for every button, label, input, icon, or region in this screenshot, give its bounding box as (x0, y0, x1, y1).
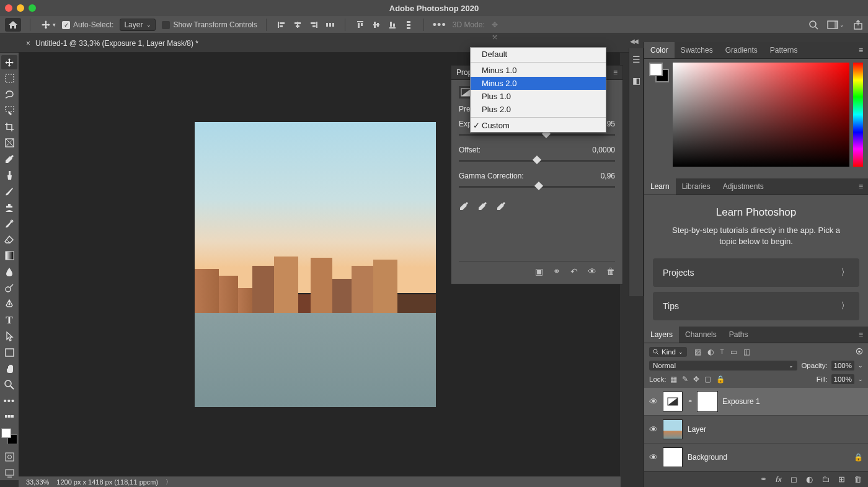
layer-image-thumb[interactable] (663, 419, 683, 439)
document-info[interactable]: 1200 px x 1418 px (118,11 ppcm) (56, 478, 158, 486)
rectangle-tool[interactable] (1, 345, 17, 359)
close-tab-icon[interactable]: × (26, 39, 30, 48)
workspace-switcher-icon[interactable]: ⌄ (827, 20, 844, 29)
new-group-icon[interactable]: 🗀 (822, 475, 830, 484)
marquee-tool[interactable] (1, 71, 17, 86)
learn-tips-item[interactable]: Tips 〉 (653, 292, 859, 320)
adjustments-tab[interactable]: Adjustments (717, 178, 770, 195)
layer-exposure-1[interactable]: 👁 ⚭ Exposure 1 (644, 388, 868, 416)
foreground-color-swatch[interactable] (1, 428, 11, 438)
offset-value[interactable]: 0,0000 (592, 146, 615, 154)
quick-mask-icon[interactable] (1, 450, 17, 464)
preset-plus-2[interactable]: Plus 2.0 (471, 103, 606, 116)
add-adjustment-icon[interactable]: ◐ (806, 475, 813, 484)
home-button[interactable] (5, 18, 21, 32)
filter-image-icon[interactable]: ▨ (694, 348, 701, 356)
fill-dropdown-icon[interactable]: ⌄ (858, 376, 863, 382)
window-close-button[interactable] (5, 4, 12, 12)
clone-stamp-tool[interactable] (1, 200, 17, 214)
auto-select-target-dropdown[interactable]: Layer ⌄ (120, 19, 156, 31)
foreground-background-colors[interactable] (1, 428, 17, 444)
window-zoom-button[interactable] (29, 4, 36, 12)
more-tools-icon[interactable]: ••• (1, 393, 17, 408)
delete-layer-icon[interactable]: 🗑 (854, 475, 862, 484)
hue-slider[interactable] (853, 63, 863, 167)
link-icon[interactable]: ⚭ (553, 266, 560, 276)
layer-visibility-icon[interactable]: 👁 (649, 452, 658, 462)
history-brush-tool[interactable] (1, 216, 17, 230)
reset-icon[interactable]: ↶ (570, 266, 578, 276)
distribute-v-icon[interactable] (402, 19, 415, 31)
preset-plus-1[interactable]: Plus 1.0 (471, 90, 606, 103)
paths-tab[interactable]: Paths (723, 327, 755, 343)
gradient-tool[interactable] (1, 248, 17, 263)
frame-tool[interactable] (1, 136, 17, 150)
preset-custom[interactable]: ✓Custom (471, 119, 606, 132)
eraser-tool[interactable] (1, 232, 17, 247)
align-top-icon[interactable] (354, 19, 366, 31)
eyedropper-black-icon[interactable] (459, 201, 469, 211)
move-tool[interactable] (1, 55, 17, 69)
lasso-tool[interactable] (1, 87, 17, 102)
new-layer-icon[interactable]: ⊞ (838, 475, 845, 484)
color-fg-bg-swatch[interactable] (649, 63, 669, 82)
layer-visibility-icon[interactable]: 👁 (649, 397, 658, 406)
layer-background[interactable]: 👁 Background 🔒 (644, 444, 868, 472)
type-tool[interactable]: T (1, 313, 17, 327)
zoom-tool[interactable] (1, 377, 17, 392)
crop-tool[interactable] (1, 120, 17, 134)
filter-adjustment-icon[interactable]: ◐ (707, 348, 714, 356)
layer-adjustment-thumb[interactable] (663, 392, 683, 411)
healing-brush-tool[interactable] (1, 168, 17, 182)
eyedropper-tool[interactable] (1, 152, 17, 166)
distribute-h-icon[interactable] (324, 19, 336, 31)
pen-tool[interactable] (1, 297, 17, 311)
lock-artboard-icon[interactable]: ▢ (704, 375, 711, 384)
visibility-icon[interactable]: 👁 (588, 266, 596, 276)
offset-slider[interactable] (459, 157, 615, 165)
filter-shape-icon[interactable]: ▭ (730, 348, 737, 356)
dodge-tool[interactable] (1, 281, 17, 295)
layer-visibility-icon[interactable]: 👁 (649, 424, 658, 434)
align-right-icon[interactable] (308, 19, 320, 31)
layer-effects-icon[interactable]: fx (776, 475, 782, 484)
layer-layer[interactable]: 👁 Layer (644, 416, 868, 444)
color-field[interactable] (673, 63, 849, 167)
filter-type-icon[interactable]: T (720, 348, 724, 356)
layer-name[interactable]: Background (688, 453, 727, 462)
screen-mode-icon[interactable] (1, 466, 17, 480)
align-bottom-icon[interactable] (386, 19, 399, 31)
lock-position-icon[interactable]: ✥ (693, 375, 699, 384)
hand-tool[interactable] (1, 361, 17, 375)
blend-mode-dropdown[interactable]: Normal⌄ (649, 361, 797, 371)
channels-tab[interactable]: Channels (679, 327, 723, 343)
color-tab[interactable]: Color (644, 42, 675, 58)
filter-toggle-icon[interactable]: ⦿ (856, 348, 863, 356)
layer-filter-dropdown[interactable]: Kind ⌄ (649, 347, 687, 357)
window-minimize-button[interactable] (17, 4, 24, 12)
blur-tool[interactable] (1, 265, 17, 279)
panel-icon-2[interactable]: ◧ (632, 76, 640, 86)
info-chevron-icon[interactable]: 〉 (166, 478, 172, 486)
learn-projects-item[interactable]: Projects 〉 (653, 258, 859, 287)
learn-tab[interactable]: Learn (644, 178, 676, 195)
share-icon[interactable] (853, 20, 863, 30)
layer-mask-thumb[interactable] (698, 392, 717, 411)
preset-default[interactable]: Default (471, 48, 606, 61)
more-options-icon[interactable]: ••• (433, 19, 446, 32)
layer-white-thumb[interactable] (663, 447, 683, 467)
patterns-tab[interactable]: Patterns (764, 42, 804, 58)
auto-select-checkbox[interactable]: ✓ (62, 21, 70, 29)
lock-pixels-icon[interactable]: ✎ (682, 375, 688, 384)
show-transform-checkbox[interactable] (162, 21, 170, 29)
opacity-value[interactable]: 100% (831, 361, 854, 371)
swatches-tab[interactable]: Swatches (675, 42, 719, 58)
clip-to-layer-icon[interactable]: ▣ (535, 266, 543, 276)
quick-selection-tool[interactable] (1, 103, 17, 118)
panel-menu-icon[interactable]: ≡ (854, 182, 868, 191)
lock-all-icon[interactable]: 🔒 (716, 375, 725, 384)
link-layers-icon[interactable]: ⚭ (760, 475, 767, 484)
add-mask-icon[interactable]: ◻ (790, 475, 797, 484)
align-center-h-icon[interactable] (291, 19, 304, 31)
panel-menu-icon[interactable]: ≡ (613, 68, 618, 77)
